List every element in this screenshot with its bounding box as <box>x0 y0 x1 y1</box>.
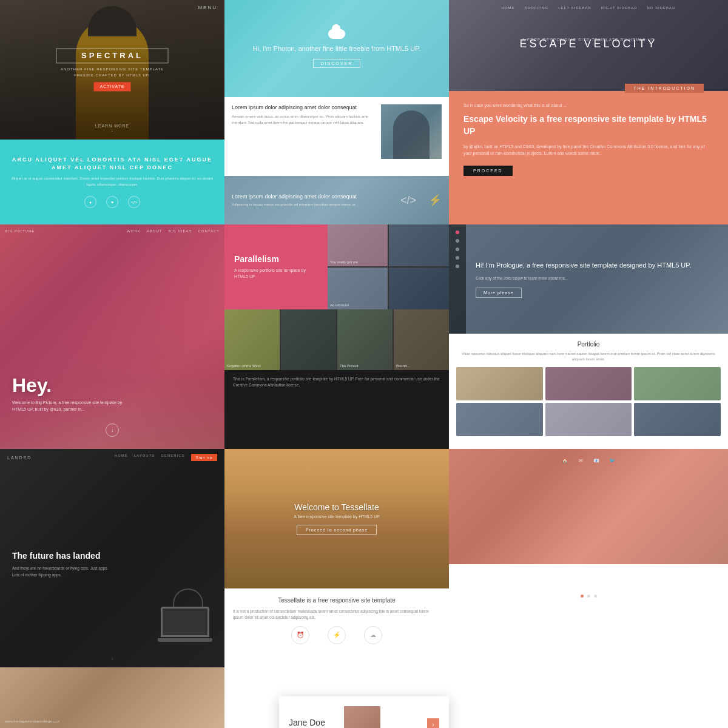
landscape-4-label: Bound... <box>396 364 410 368</box>
photon-white-section: Lorem ipsum dolor adipiscing amet dolor … <box>224 97 449 176</box>
photon-section2-body: Adipiscing in luctus metus est gravida v… <box>232 202 357 207</box>
landed-nav-generics[interactable]: Generics <box>161 454 184 461</box>
parallelism-photos-grid: You really got me Ad infinitum <box>328 224 449 309</box>
miniport-icon-mail[interactable]: ✉ <box>576 456 585 465</box>
landscape-3[interactable]: The Pursuit <box>337 309 393 370</box>
prologue-sidebar-dot-5[interactable] <box>456 265 459 268</box>
landed-nav-layouts[interactable]: Layouts <box>134 454 155 461</box>
tessellate-footer-heading: Tessellate is a free responsive site tem… <box>233 597 440 604</box>
spectral-menu[interactable]: Menu <box>198 5 217 10</box>
photon-section1-heading: Lorem ipsum dolor adipiscing amet dolor … <box>232 104 374 110</box>
bigpicture-nav: Big Picture Work About Big Ideas Contact <box>5 229 220 233</box>
cell-prologue: Hi! I'm Prologue, a free responsive site… <box>449 224 728 449</box>
para-photo-3-label: Ad infinitum <box>330 303 349 307</box>
escape-nav-shopping[interactable]: SHOPPING <box>525 6 549 10</box>
landed-nav: Landed Home Layouts Generics Sign up <box>0 454 224 461</box>
miniport-dot-2[interactable] <box>587 595 590 598</box>
escape-body: by @ajlkn, built on HTML5 and CSS3, deve… <box>463 143 713 157</box>
escape-hero: HOME SHOPPING LEFT SIDEBAR RIGHT SIDEBAR… <box>449 0 728 91</box>
landed-brand: Landed <box>7 456 32 460</box>
spectral-logo: SPECTRAL <box>56 48 169 63</box>
para-photo-1-label: You really got me <box>330 260 358 264</box>
parallelism-header: Parallelism A responsive portfolio site … <box>224 224 449 309</box>
prologue-more-btn[interactable]: More please <box>476 288 522 298</box>
para-photo-3[interactable]: Ad infinitum <box>328 268 388 309</box>
spectral-teal-section: ARCU ALIQUET VEL LOBORTIS ATA NISL EGET … <box>0 140 224 224</box>
spectral-icon-3[interactable]: </> <box>128 196 140 208</box>
landed-signup-btn[interactable]: Sign up <box>191 454 217 461</box>
tessellate-icon-clock[interactable]: ⏰ <box>291 626 309 644</box>
escape-intro-section: THE INTRODUCTION So in case you were won… <box>449 91 728 224</box>
tessellate-footer-text: It is not a production of consectetuer m… <box>233 608 440 621</box>
tessellate-icon-cloud[interactable]: ☁ <box>364 626 382 644</box>
landed-heading: The future has landed <box>12 550 109 562</box>
prologue-thumb-3[interactable] <box>634 367 721 400</box>
escape-nav-right[interactable]: RIGHT SIDEBAR <box>601 6 638 10</box>
prologue-thumb-2[interactable] <box>545 367 632 400</box>
miniport-dots <box>455 595 722 598</box>
landed-body: And there are no hoverboards or flying c… <box>12 565 109 578</box>
bigpicture-person-photo <box>0 224 224 449</box>
spectral-icon-1[interactable]: ♦ <box>84 196 96 208</box>
bigpicture-nav-ideas[interactable]: Big Ideas <box>168 229 192 233</box>
cell-escape-velocity: HOME SHOPPING LEFT SIDEBAR RIGHT SIDEBAR… <box>449 0 728 224</box>
bigpicture-nav-about[interactable]: About <box>147 229 163 233</box>
para-photo-1[interactable]: You really got me <box>328 224 388 266</box>
spectral-teal-body: Aliquet ac et augue consectetur interdum… <box>10 176 215 187</box>
landscape-4[interactable]: Bound... <box>394 309 449 370</box>
landed-nav-home[interactable]: Home <box>115 454 128 461</box>
prologue-portfolio-text: Vitae nascetur ridiculus aliquet fusce t… <box>456 351 721 362</box>
parallelism-footer-text: This is Parallelism, a responsive portfo… <box>233 376 440 389</box>
para-photo-2[interactable] <box>389 224 449 266</box>
parallelism-footer: This is Parallelism, a responsive portfo… <box>224 370 449 449</box>
cell-spectral: Menu SPECTRAL ANOTHER FINE RESPONSIVE SI… <box>0 0 224 224</box>
miniport-icon-home[interactable]: 🏠 <box>561 456 569 465</box>
photon-discover-btn[interactable]: DISCOVER <box>313 59 361 68</box>
prologue-sidebar-dot-3[interactable] <box>456 248 459 251</box>
prologue-sidebar-dot-2[interactable] <box>456 239 459 243</box>
para-photo-4[interactable] <box>389 268 449 309</box>
miniport-icon-email[interactable]: 📧 <box>592 456 601 465</box>
escape-nav-no[interactable]: NO SIDEBAR <box>647 6 675 10</box>
landed-photo-section: www.heritagechristiancollege.com <box>0 667 224 728</box>
photon-cloud-icon <box>328 29 345 39</box>
photon-code-icons: </> ⚡ <box>400 194 442 207</box>
spectral-activate-btn[interactable]: ACTIVATE <box>93 83 130 92</box>
miniport-icon-twitter[interactable]: 🐦 <box>608 456 616 465</box>
cell-miniport: 🏠 ✉ 📧 🐦 Jane Doe Senior Artist/Project A… <box>449 449 728 728</box>
bigpicture-nav-work[interactable]: Work <box>127 229 141 233</box>
escape-proceed-btn[interactable]: PROCEED <box>463 166 513 176</box>
landscape-1-label: Kingdom of the Wind <box>227 364 261 368</box>
landed-url: www.heritagechristiancollege.com <box>5 720 59 723</box>
miniport-dot-1[interactable] <box>581 595 584 598</box>
tessellate-hero-btn[interactable]: Proceed to second phase <box>297 525 377 535</box>
bigpicture-body: Welcome to Big Picture, a free responsiv… <box>12 399 133 413</box>
spectral-learn-more[interactable]: LEARN MORE ↓ <box>95 124 129 132</box>
bigpicture-scroll-btn[interactable]: ↓ <box>106 423 119 437</box>
prologue-sidebar-dot-1[interactable] <box>456 231 459 234</box>
landscape-3-label: The Pursuit <box>340 364 359 368</box>
escape-main-heading: Escape Velocity is a free responsive sit… <box>463 113 713 137</box>
miniport-top: 🏠 ✉ 📧 🐦 <box>449 449 728 564</box>
prologue-thumb-5[interactable] <box>545 403 632 436</box>
landscape-1[interactable]: Kingdom of the Wind <box>224 309 280 370</box>
spectral-nav: Menu <box>198 5 217 10</box>
bigpicture-nav-contact[interactable]: Contact <box>198 229 220 233</box>
miniport-dot-3[interactable] <box>594 595 597 598</box>
laptop-body <box>158 638 212 642</box>
prologue-thumb-1[interactable] <box>456 367 543 400</box>
prologue-sidebar-dot-4[interactable] <box>456 256 459 260</box>
escape-nav-left[interactable]: LEFT SIDEBAR <box>558 6 592 10</box>
photon-bolt-icon: ⚡ <box>428 194 442 207</box>
spectral-title-block: SPECTRAL ANOTHER FINE RESPONSIVE SITE TE… <box>56 48 169 91</box>
escape-nav-home[interactable]: HOME <box>502 6 515 10</box>
prologue-thumb-6[interactable] <box>634 403 721 436</box>
prologue-hero-heading: Hi! I'm Prologue, a free responsive site… <box>476 260 718 271</box>
landscape-2[interactable] <box>281 309 336 370</box>
tessellate-icon-bolt[interactable]: ⚡ <box>328 626 346 644</box>
photon-image <box>381 104 442 159</box>
spectral-icon-2[interactable]: ♥ <box>106 196 118 208</box>
landed-dark-section: Landed Home Layouts Generics Sign up The… <box>0 449 224 667</box>
prologue-thumb-4[interactable] <box>456 403 543 436</box>
spectral-icons: ♦ ♥ </> <box>84 196 140 208</box>
